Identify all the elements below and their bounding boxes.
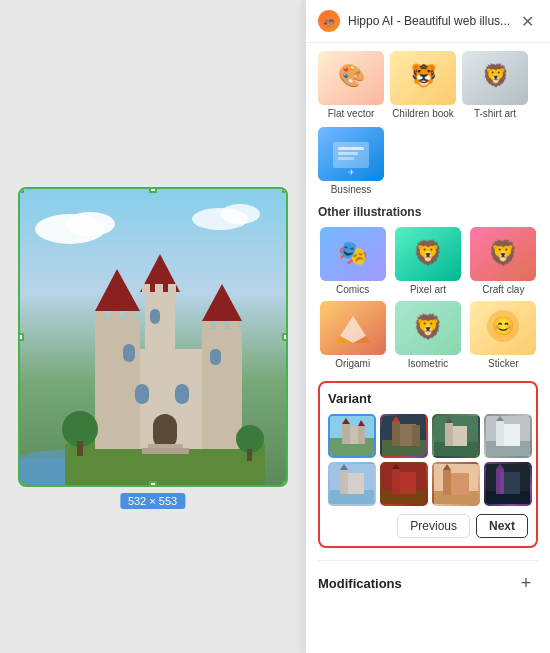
svg-rect-74 <box>412 425 420 446</box>
resize-handle-tl[interactable] <box>18 187 24 193</box>
svg-rect-11 <box>202 321 211 332</box>
variant-section: Variant <box>318 381 538 548</box>
resize-handle-bl[interactable] <box>18 481 24 487</box>
svg-rect-25 <box>153 414 177 449</box>
svg-text:🦁: 🦁 <box>488 238 518 267</box>
svg-rect-79 <box>445 423 453 446</box>
svg-point-33 <box>65 212 115 236</box>
illus-item-pixel-art[interactable]: 🦁 Pixel art <box>393 227 462 295</box>
style-grid-top: 🎨 Flat vector 🐯 Children book <box>318 51 538 119</box>
svg-rect-73 <box>392 422 400 446</box>
close-button[interactable]: ✕ <box>516 10 538 32</box>
logo-emoji: 🦛 <box>323 16 335 27</box>
svg-rect-22 <box>210 349 221 365</box>
svg-text:🦁: 🦁 <box>413 312 443 341</box>
castle-scene <box>20 189 286 485</box>
svg-rect-84 <box>496 421 504 446</box>
modifications-title: Modifications <box>318 576 402 591</box>
illus-label-origami: Origami <box>335 358 370 369</box>
illus-label-comics: Comics <box>336 284 369 295</box>
image-size-badge: 532 × 553 <box>120 493 185 509</box>
svg-rect-67 <box>358 426 365 444</box>
illus-thumb-comics: 🎭 <box>320 227 386 281</box>
variant-item-4[interactable] <box>484 414 532 458</box>
svg-rect-27 <box>142 448 189 454</box>
variant-nav: Previous Next <box>328 514 528 538</box>
next-button[interactable]: Next <box>476 514 528 538</box>
main-image-frame[interactable] <box>18 187 288 487</box>
panel-content: 🎨 Flat vector 🐯 Children book <box>306 43 550 653</box>
svg-rect-17 <box>142 284 150 294</box>
illus-item-craft-clay[interactable]: 🦁 Craft clay <box>469 227 538 295</box>
modifications-row: Modifications + <box>318 560 538 605</box>
illus-label-pixel-art: Pixel art <box>410 284 446 295</box>
svg-rect-45 <box>338 152 358 155</box>
style-label-business: Business <box>331 184 372 195</box>
illus-thumb-origami <box>320 301 386 355</box>
illus-label-isometric: Isometric <box>408 358 449 369</box>
variant-item-2[interactable] <box>380 414 428 458</box>
svg-rect-44 <box>338 147 364 150</box>
illus-label-craft-clay: Craft clay <box>482 284 524 295</box>
variant-item-7[interactable] <box>432 462 480 506</box>
resize-handle-tm[interactable] <box>149 187 157 193</box>
svg-rect-12 <box>216 321 225 332</box>
style-item-business[interactable]: ✈ Business <box>318 127 384 195</box>
svg-rect-18 <box>155 284 163 294</box>
svg-text:🎭: 🎭 <box>338 238 368 267</box>
resize-handle-tr[interactable] <box>282 187 288 193</box>
illus-thumb-isometric: 🦁 <box>395 301 461 355</box>
style-thumb-flat-vector: 🎨 <box>318 51 384 105</box>
previous-button[interactable]: Previous <box>397 514 470 538</box>
svg-text:🦁: 🦁 <box>413 238 443 267</box>
illus-label-sticker: Sticker <box>488 358 519 369</box>
svg-rect-46 <box>338 157 354 160</box>
svg-point-30 <box>236 425 264 453</box>
resize-handle-bm[interactable] <box>149 481 157 487</box>
variant-item-3[interactable] <box>432 414 480 458</box>
svg-rect-24 <box>175 384 189 404</box>
variant-title: Variant <box>328 391 528 406</box>
variant-item-8[interactable] <box>484 462 532 506</box>
illus-thumb-sticker: 😊 <box>470 301 536 355</box>
svg-rect-89 <box>340 470 348 494</box>
variant-item-6[interactable] <box>380 462 428 506</box>
svg-rect-21 <box>123 344 135 362</box>
style-thumb-tshirt: 🦁 <box>462 51 528 105</box>
variant-grid <box>328 414 528 506</box>
resize-handle-mr[interactable] <box>282 333 288 341</box>
resize-handle-ml[interactable] <box>18 333 24 341</box>
style-item-flat-vector[interactable]: 🎨 Flat vector <box>318 51 384 119</box>
right-panel: 🦛 Hippo AI - Beautiful web illus... ✕ 🎨 … <box>305 0 550 653</box>
svg-text:🦁: 🦁 <box>482 62 510 89</box>
panel-logo: 🦛 <box>318 10 340 32</box>
style-label-flat-vector: Flat vector <box>328 108 375 119</box>
svg-text:✈: ✈ <box>348 168 355 177</box>
svg-rect-19 <box>168 284 176 294</box>
modifications-add-button[interactable]: + <box>514 571 538 595</box>
style-item-children-book[interactable]: 🐯 Children book <box>390 51 456 119</box>
svg-marker-9 <box>95 269 140 311</box>
svg-marker-14 <box>202 284 242 321</box>
style-thumb-business: ✈ <box>318 127 384 181</box>
variant-item-5[interactable] <box>328 462 376 506</box>
illus-item-sticker[interactable]: 😊 Sticker <box>469 301 538 369</box>
canvas-area: 532 × 553 <box>0 0 305 653</box>
svg-text:🐯: 🐯 <box>410 62 438 89</box>
illus-item-origami[interactable]: Origami <box>318 301 387 369</box>
svg-rect-23 <box>135 384 149 404</box>
svg-rect-29 <box>77 441 83 456</box>
illus-item-comics[interactable]: 🎭 Comics <box>318 227 387 295</box>
svg-rect-104 <box>496 469 504 494</box>
style-thumb-children-book: 🐯 <box>390 51 456 105</box>
illus-thumb-pixel: 🦁 <box>395 227 461 281</box>
style-grid-business: ✈ Business <box>318 127 538 195</box>
style-item-tshirt-art[interactable]: 🦁 T-shirt art <box>462 51 528 119</box>
variant-item-1[interactable] <box>328 414 376 458</box>
other-illustrations-title: Other illustrations <box>318 205 538 219</box>
svg-rect-31 <box>247 449 252 461</box>
resize-handle-br[interactable] <box>282 481 288 487</box>
illus-item-isometric[interactable]: 🦁 Isometric <box>393 301 462 369</box>
svg-text:😊: 😊 <box>492 315 515 337</box>
illus-thumb-craft: 🦁 <box>470 227 536 281</box>
